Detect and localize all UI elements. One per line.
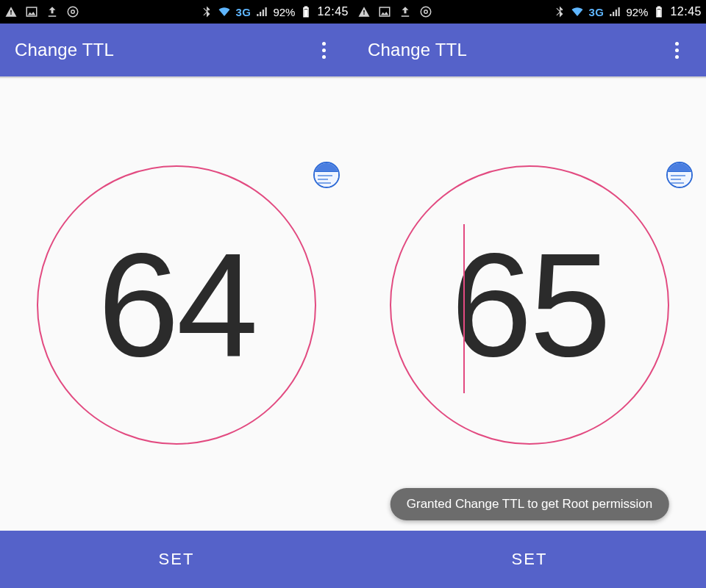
more-vert-icon xyxy=(675,42,679,59)
battery-text: 92% xyxy=(626,6,648,18)
appbar-title: Change TTL xyxy=(15,40,114,60)
settings-icon xyxy=(419,5,432,18)
wifi-icon xyxy=(218,5,231,18)
phone-screen-left: 3G 92% 12:45 Change TTL xyxy=(0,0,353,588)
battery-text: 92% xyxy=(273,6,295,18)
ttl-input-circle[interactable]: 65 xyxy=(390,165,669,445)
svg-point-1 xyxy=(68,7,78,17)
toast-message: Granted Change TTL to get Root permissio… xyxy=(391,488,669,520)
overflow-menu-button[interactable] xyxy=(662,35,691,65)
upload-icon xyxy=(399,5,412,18)
warning-icon xyxy=(4,5,18,18)
bluetooth-icon xyxy=(553,5,566,18)
floating-assistive-badge[interactable] xyxy=(313,162,340,188)
ttl-value: 65 xyxy=(451,232,608,379)
image-icon xyxy=(25,5,38,18)
set-button-label: SET xyxy=(159,550,195,569)
floating-assistive-badge[interactable] xyxy=(666,162,693,188)
set-button[interactable]: SET xyxy=(0,531,353,588)
warning-icon xyxy=(357,5,371,18)
statusbar: 3G 92% 12:45 xyxy=(353,0,706,24)
statusbar-clock: 12:45 xyxy=(317,5,349,18)
content-area: 65 xyxy=(353,79,706,531)
wifi-icon xyxy=(571,5,584,18)
content-area: 64 xyxy=(0,79,353,531)
signal-icon xyxy=(255,5,268,18)
ttl-input-circle[interactable]: 64 xyxy=(37,165,316,445)
phone-screen-right: 3G 92% 12:45 Change TTL xyxy=(353,0,706,588)
set-button[interactable]: SET xyxy=(353,531,706,588)
text-cursor xyxy=(463,224,465,393)
svg-point-0 xyxy=(71,10,75,14)
more-vert-icon xyxy=(322,42,326,59)
upload-icon xyxy=(46,5,59,18)
battery-icon xyxy=(299,5,313,18)
appbar: Change TTL xyxy=(0,24,353,76)
overflow-menu-button[interactable] xyxy=(309,35,338,65)
settings-icon xyxy=(66,5,79,18)
network-3g-label: 3G xyxy=(235,6,251,18)
svg-point-2 xyxy=(424,10,428,14)
appbar: Change TTL xyxy=(353,24,706,76)
signal-icon xyxy=(608,5,621,18)
battery-icon xyxy=(652,5,666,18)
ttl-value: 64 xyxy=(98,232,255,379)
statusbar: 3G 92% 12:45 xyxy=(0,0,353,24)
statusbar-clock: 12:45 xyxy=(670,5,702,18)
appbar-title: Change TTL xyxy=(368,40,467,60)
set-button-label: SET xyxy=(512,550,548,569)
bluetooth-icon xyxy=(200,5,213,18)
image-icon xyxy=(378,5,391,18)
svg-point-3 xyxy=(421,7,431,17)
network-3g-label: 3G xyxy=(588,6,604,18)
